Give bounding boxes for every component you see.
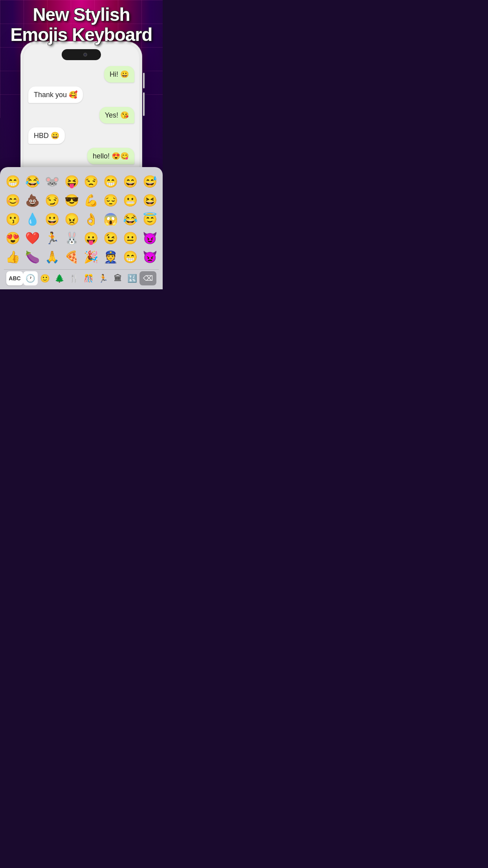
toolbar-travel[interactable]: 🏃	[96, 271, 110, 285]
emoji-police[interactable]: 👮	[102, 248, 120, 265]
activity-icon: 🎊	[84, 274, 94, 283]
toolbar-food[interactable]: 🍴	[67, 271, 81, 285]
toolbar-recent[interactable]: 🕐	[23, 271, 38, 285]
emoji-heart-eyes[interactable]: 😍	[4, 229, 22, 246]
emoji-laughing[interactable]: 😆	[141, 191, 159, 209]
emoji-muscle[interactable]: 💪	[82, 191, 100, 209]
emoji-unamused[interactable]: 😒	[82, 173, 100, 190]
emoji-blush[interactable]: 😊	[4, 191, 22, 209]
header-title: New Stylish Emojis Keyboard	[8, 5, 155, 44]
emoji-scream[interactable]: 😱	[102, 210, 120, 228]
toolbar-objects[interactable]: 🏛	[110, 271, 125, 285]
food-icon: 🍴	[69, 274, 79, 283]
emoji-thumbsup[interactable]: 👍	[4, 248, 22, 265]
emoji-pray[interactable]: 🙏	[43, 248, 61, 265]
chat-bubble-5: hello! 😍😋	[87, 148, 134, 164]
tree-icon: 🌲	[55, 274, 64, 283]
toolbar-activity[interactable]: 🎊	[81, 271, 96, 285]
phone-notch	[62, 49, 101, 60]
emoji-rabbit[interactable]: 🐰	[62, 229, 81, 246]
emoji-smile[interactable]: 😄	[121, 173, 139, 190]
abc-key[interactable]: ABC	[6, 271, 23, 285]
emoji-droplets[interactable]: 💧	[24, 210, 42, 228]
toolbar-symbols[interactable]: 🔣	[125, 271, 139, 285]
chat-bubble-1: Hi! 😀	[104, 66, 134, 83]
emoji-icon: 🙂	[40, 274, 50, 283]
chat-bubble-2: Thank you 🥰	[28, 86, 83, 103]
emoji-sweat-smile[interactable]: 😅	[141, 173, 159, 190]
emoji-ok-hand[interactable]: 👌	[82, 210, 100, 228]
keyboard-panel: 😁 😂 🐭 😝 😒 😁 😄 😅 😊 💩 😏 😎 💪 😔 😬 😆 😗 💧 😀 😠 …	[0, 167, 163, 289]
emoji-smiling-devil[interactable]: 😈	[141, 229, 159, 246]
emoji-sunglasses[interactable]: 😎	[62, 191, 81, 209]
emoji-stuck-out-tongue[interactable]: 😝	[62, 173, 81, 190]
emoji-joy[interactable]: 😂	[24, 173, 42, 190]
emoji-neutral[interactable]: 😀	[43, 210, 61, 228]
emoji-wink[interactable]: 😉	[102, 229, 120, 246]
emoji-big-grin[interactable]: 😁	[121, 248, 139, 265]
camera-dot	[83, 53, 87, 57]
emoji-pizza[interactable]: 🍕	[62, 248, 81, 265]
emoji-grin[interactable]: 😁	[102, 173, 120, 190]
emoji-devil[interactable]: 👿	[141, 248, 159, 265]
emoji-party[interactable]: 🎉	[82, 248, 100, 265]
clock-icon: 🕐	[26, 274, 35, 283]
emoji-eggplant[interactable]: 🍆	[24, 248, 42, 265]
phone-button-2	[143, 92, 145, 116]
emoji-angry[interactable]: 😠	[62, 210, 81, 228]
emoji-heart[interactable]: ❤️	[24, 229, 42, 246]
emoji-poop[interactable]: 💩	[24, 191, 42, 209]
emoji-kissing[interactable]: 😗	[4, 210, 22, 228]
emoji-grinning[interactable]: 😁	[4, 173, 22, 190]
emoji-expressionless[interactable]: 😐	[121, 229, 139, 246]
emoji-mouse[interactable]: 🐭	[43, 173, 61, 190]
phone-button-1	[143, 73, 145, 88]
emoji-tongue[interactable]: 😛	[82, 229, 100, 246]
emoji-relieved[interactable]: 😔	[102, 191, 120, 209]
chat-bubble-3: Yes! 😘	[99, 107, 134, 123]
keyboard-toolbar: ABC 🕐 🙂 🌲 🍴 🎊 🏃 🏛 🔣 ⌫	[4, 269, 159, 285]
emoji-innocent[interactable]: 😇	[141, 210, 159, 228]
toolbar-emoji[interactable]: 🙂	[38, 271, 52, 285]
emoji-grid: 😁 😂 🐭 😝 😒 😁 😄 😅 😊 💩 😏 😎 💪 😔 😬 😆 😗 💧 😀 😠 …	[4, 173, 159, 265]
header-section: New Stylish Emojis Keyboard	[0, 5, 163, 44]
chat-bubble-4: HBD 😀	[28, 127, 65, 144]
emoji-smirk[interactable]: 😏	[43, 191, 61, 209]
objects-icon: 🏛	[114, 274, 122, 283]
delete-key[interactable]: ⌫	[139, 271, 156, 285]
emoji-grimacing[interactable]: 😬	[121, 191, 139, 209]
travel-icon: 🏃	[98, 274, 108, 283]
emoji-runner[interactable]: 🏃	[43, 229, 61, 246]
emoji-cry[interactable]: 😂	[121, 210, 139, 228]
symbols-icon: 🔣	[127, 274, 137, 283]
toolbar-nature[interactable]: 🌲	[52, 271, 67, 285]
